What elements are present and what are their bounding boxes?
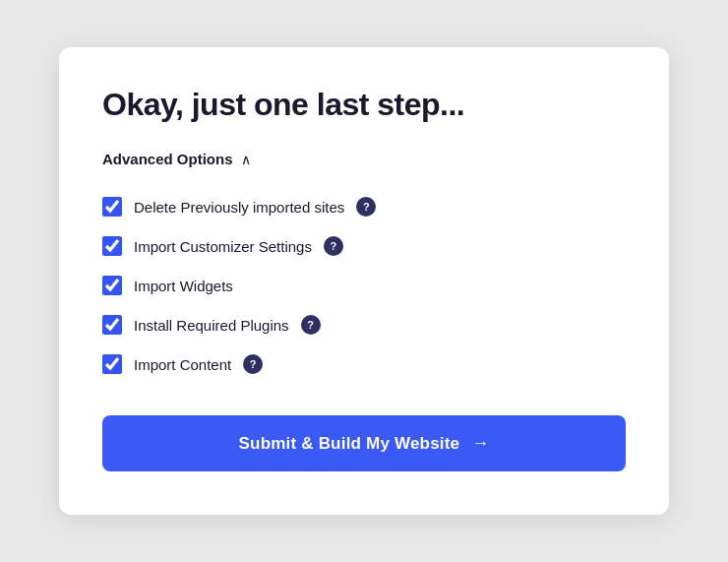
checkbox-install-plugins[interactable]: [102, 315, 122, 335]
option-label-install-plugins: Install Required Plugins: [134, 317, 289, 334]
option-label-import-widgets: Import Widgets: [134, 278, 233, 294]
option-row-import-content: Import Content ?: [102, 344, 626, 384]
checkbox-install-plugins-wrapper[interactable]: [102, 315, 122, 335]
submit-button-label: Submit & Build My Website: [239, 434, 460, 454]
checkbox-import-customizer[interactable]: [102, 236, 122, 256]
checkbox-import-content[interactable]: [102, 354, 122, 374]
option-row-install-plugins: Install Required Plugins ?: [102, 305, 626, 344]
main-card: Okay, just one last step... Advanced Opt…: [59, 47, 669, 515]
advanced-options-toggle[interactable]: Advanced Options ∧: [102, 151, 626, 167]
checkbox-import-customizer-wrapper[interactable]: [102, 236, 122, 256]
options-list: Delete Previously imported sites ? Impor…: [102, 187, 626, 384]
arrow-right-icon: →: [471, 433, 489, 454]
checkbox-import-widgets-wrapper[interactable]: [102, 276, 122, 295]
page-title: Okay, just one last step...: [102, 87, 626, 123]
checkbox-delete-sites[interactable]: [102, 197, 122, 217]
checkbox-delete-sites-wrapper[interactable]: [102, 197, 122, 217]
option-row-import-widgets: Import Widgets: [102, 266, 626, 305]
help-icon-delete-sites[interactable]: ?: [356, 197, 376, 217]
option-label-import-content: Import Content: [134, 356, 231, 373]
option-label-delete-sites: Delete Previously imported sites: [134, 199, 344, 216]
help-icon-import-content[interactable]: ?: [243, 354, 263, 374]
help-icon-import-customizer[interactable]: ?: [324, 236, 343, 256]
option-row-import-customizer: Import Customizer Settings ?: [102, 226, 626, 266]
submit-build-button[interactable]: Submit & Build My Website →: [102, 415, 626, 471]
checkbox-import-widgets[interactable]: [102, 276, 122, 295]
help-icon-install-plugins[interactable]: ?: [301, 315, 321, 335]
option-row-delete-sites: Delete Previously imported sites ?: [102, 187, 626, 226]
option-label-import-customizer: Import Customizer Settings: [134, 238, 312, 255]
chevron-up-icon: ∧: [241, 152, 251, 167]
advanced-options-label: Advanced Options: [102, 151, 233, 167]
checkbox-import-content-wrapper[interactable]: [102, 354, 122, 374]
